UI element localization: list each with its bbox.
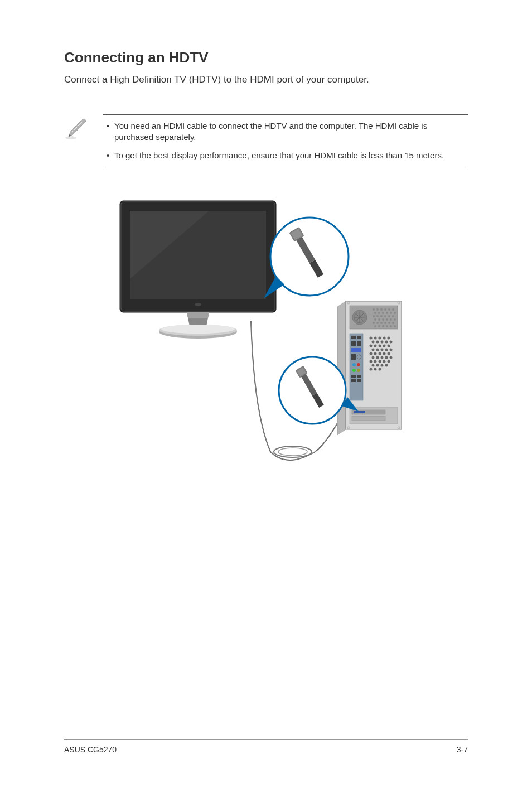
svg-rect-124: [352, 416, 385, 421]
svg-point-109: [370, 360, 373, 363]
svg-point-120: [379, 368, 381, 370]
svg-point-102: [383, 352, 386, 355]
svg-point-91: [379, 344, 381, 347]
pencil-note-icon: [64, 118, 88, 141]
svg-point-47: [382, 318, 384, 321]
svg-point-115: [376, 364, 379, 366]
svg-rect-66: [351, 341, 356, 346]
svg-point-43: [388, 315, 390, 317]
footer-product: ASUS CG5270: [64, 745, 117, 754]
svg-point-53: [380, 322, 383, 324]
svg-point-51: [373, 322, 375, 324]
svg-point-31: [388, 308, 390, 311]
svg-rect-69: [351, 354, 356, 360]
svg-point-101: [379, 352, 381, 355]
svg-point-116: [381, 364, 384, 366]
svg-point-40: [376, 315, 379, 317]
footer-page-number: 3-7: [457, 745, 468, 754]
pc-tower-illustration: [337, 301, 402, 435]
svg-point-71: [352, 363, 356, 366]
svg-marker-16: [337, 301, 346, 435]
svg-point-79: [370, 336, 373, 339]
svg-point-27: [373, 308, 375, 311]
svg-point-38: [394, 312, 396, 314]
svg-point-98: [390, 348, 393, 351]
svg-rect-64: [351, 336, 356, 339]
svg-point-111: [379, 360, 381, 363]
svg-point-39: [373, 315, 375, 317]
svg-point-44: [392, 315, 394, 317]
svg-point-72: [357, 363, 360, 366]
svg-point-107: [385, 356, 388, 359]
svg-point-95: [376, 348, 379, 351]
svg-point-33: [374, 312, 376, 314]
svg-point-106: [381, 356, 384, 359]
svg-point-48: [386, 318, 388, 321]
svg-point-92: [383, 344, 386, 347]
svg-point-90: [374, 344, 377, 347]
svg-point-96: [381, 348, 384, 351]
svg-point-117: [385, 364, 388, 366]
svg-point-113: [388, 360, 390, 363]
svg-point-55: [388, 322, 390, 324]
svg-point-59: [382, 325, 384, 327]
svg-point-83: [388, 336, 390, 339]
svg-point-46: [378, 318, 380, 321]
note-content: You need an HDMI cable to connect the HD…: [103, 114, 468, 167]
svg-point-85: [376, 340, 379, 343]
svg-point-108: [390, 356, 393, 359]
note-block: You need an HDMI cable to connect the HD…: [64, 114, 468, 167]
svg-point-81: [379, 336, 381, 339]
svg-point-99: [370, 352, 373, 355]
page-footer: ASUS CG5270 3-7: [64, 739, 468, 754]
svg-point-88: [390, 340, 393, 343]
svg-point-105: [376, 356, 379, 359]
svg-point-42: [384, 315, 386, 317]
svg-point-87: [385, 340, 388, 343]
svg-point-30: [384, 308, 386, 311]
svg-point-10: [161, 325, 235, 334]
note-item: You need an HDMI cable to connect the HD…: [103, 120, 468, 143]
svg-point-86: [381, 340, 384, 343]
svg-point-45: [374, 318, 376, 321]
svg-point-60: [386, 325, 388, 327]
connection-diagram: [64, 190, 468, 471]
svg-point-61: [390, 325, 392, 327]
svg-point-34: [378, 312, 380, 314]
svg-point-29: [380, 308, 383, 311]
svg-point-54: [384, 322, 386, 324]
page-heading: Connecting an HDTV: [64, 49, 468, 66]
svg-point-89: [370, 344, 373, 347]
hdmi-tv-callout: [264, 218, 349, 298]
svg-point-112: [383, 360, 386, 363]
svg-rect-78: [357, 379, 361, 382]
svg-point-73: [352, 369, 356, 372]
svg-point-114: [372, 364, 375, 366]
svg-point-103: [388, 352, 390, 355]
svg-point-35: [382, 312, 384, 314]
note-list: You need an HDMI cable to connect the HD…: [103, 120, 468, 161]
svg-point-104: [372, 356, 375, 359]
svg-point-80: [374, 336, 377, 339]
svg-point-57: [374, 325, 376, 327]
note-item: To get the best display performance, ens…: [103, 150, 468, 161]
svg-point-58: [378, 325, 380, 327]
svg-point-50: [394, 318, 396, 321]
svg-point-135: [278, 448, 307, 456]
svg-point-37: [390, 312, 392, 314]
intro-paragraph: Connect a High Definition TV (HDTV) to t…: [64, 74, 468, 85]
svg-rect-68: [351, 348, 361, 352]
svg-point-100: [374, 352, 377, 355]
svg-point-52: [376, 322, 379, 324]
svg-point-110: [374, 360, 377, 363]
svg-point-82: [383, 336, 386, 339]
svg-point-32: [392, 308, 394, 311]
svg-point-118: [370, 368, 373, 370]
svg-rect-77: [351, 379, 356, 382]
svg-point-62: [394, 325, 396, 327]
svg-point-93: [388, 344, 390, 347]
svg-point-119: [374, 368, 377, 370]
svg-rect-123: [354, 411, 365, 413]
svg-point-56: [392, 322, 394, 324]
svg-point-28: [376, 308, 379, 311]
